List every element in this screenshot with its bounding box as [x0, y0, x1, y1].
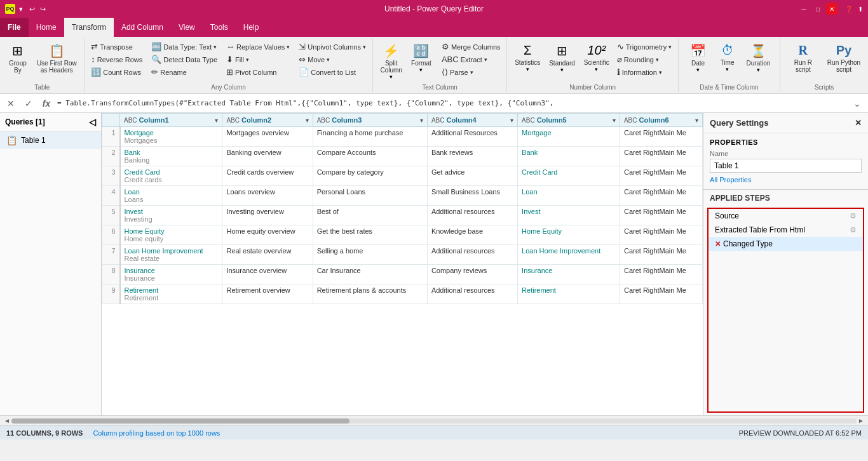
rounding-button[interactable]: ⌀ Rounding ▾ — [614, 53, 674, 65]
group-by-button[interactable]: ⊞ GroupBy — [4, 41, 32, 76]
run-r-button[interactable]: R Run Rscript — [784, 41, 822, 76]
statistics-button[interactable]: Σ Statistics ▾ — [511, 41, 544, 75]
date-button[interactable]: 📅 Date ▾ — [684, 41, 712, 76]
scroll-track[interactable] — [11, 418, 857, 424]
step-source-gear[interactable]: ⚙ — [850, 211, 857, 220]
cell-r0-c3: Additional Resources — [427, 127, 517, 147]
pivot-column-button[interactable]: ⊞ Pivot Column — [224, 66, 292, 78]
move-dropdown-icon[interactable]: ▾ — [327, 57, 330, 63]
step-changed-type[interactable]: ✕ Changed Type — [709, 237, 863, 251]
formula-expand-btn[interactable]: ⌄ — [850, 97, 864, 110]
use-first-row-button[interactable]: 📋 Use First Rowas Headers — [33, 41, 81, 76]
step-source[interactable]: Source ⚙ — [709, 209, 863, 223]
unpivot-columns-button[interactable]: ⇲ Unpivot Columns ▾ — [296, 41, 369, 53]
count-rows-button[interactable]: 🔢 Count Rows — [88, 66, 145, 78]
col2-filter-icon[interactable]: ▾ — [306, 117, 309, 124]
tab-file[interactable]: File — [0, 18, 29, 37]
replace-values-dropdown-icon[interactable]: ▾ — [287, 44, 290, 50]
extract-dropdown-icon[interactable]: ▾ — [484, 57, 487, 63]
tab-tools[interactable]: Tools — [203, 18, 236, 37]
run-python-button[interactable]: Py Run Pythonscript — [824, 41, 864, 76]
col4-filter-icon[interactable]: ▾ — [510, 117, 513, 124]
col3-filter-icon[interactable]: ▾ — [420, 117, 423, 124]
move-button[interactable]: ⇔ Move ▾ — [296, 53, 369, 65]
window-controls[interactable]: ─ □ ✕ ❓ ⬆ — [798, 3, 863, 15]
col6-filter-icon[interactable]: ▾ — [695, 117, 698, 124]
queries-panel: Queries [1] ◁ 📋 Table 1 — [0, 113, 102, 415]
minimize-btn[interactable]: ─ — [798, 3, 810, 15]
all-properties-link[interactable]: All Properties — [710, 176, 751, 184]
row-num-header — [102, 114, 120, 127]
table-row: 8InsuranceInsuranceInsurance overviewCar… — [102, 265, 703, 284]
parse-dropdown-icon[interactable]: ▾ — [470, 69, 473, 76]
statistics-dropdown[interactable]: ▾ — [526, 66, 529, 72]
tab-add-column[interactable]: Add Column — [114, 18, 171, 37]
rounding-dropdown[interactable]: ▾ — [656, 57, 659, 63]
time-button[interactable]: ⏱ Time ▾ — [714, 41, 742, 75]
unpivot-dropdown-icon[interactable]: ▾ — [363, 44, 366, 50]
standard-button[interactable]: ⊞ Standard ▾ — [545, 41, 579, 76]
formula-fx-btn[interactable]: fx — [39, 97, 53, 110]
scientific-dropdown[interactable]: ▾ — [595, 66, 598, 72]
maximize-btn[interactable]: □ — [812, 3, 824, 15]
col5-filter-icon[interactable]: ▾ — [613, 117, 616, 124]
table-header-row: ABC Column1 ▾ ABC Column2 ▾ — [102, 114, 703, 127]
trigonometry-button[interactable]: ∿ Trigonometry ▾ — [614, 41, 674, 53]
format-button[interactable]: 🔡 Format ▾ — [407, 41, 435, 76]
tab-transform[interactable]: Transform — [64, 18, 114, 37]
information-dropdown[interactable]: ▾ — [659, 69, 662, 76]
help-icon[interactable]: ❓ — [845, 6, 853, 13]
rounding-label: Rounding — [624, 56, 654, 63]
scroll-left-arrow[interactable]: ◄ — [3, 417, 11, 424]
fill-dropdown-icon[interactable]: ▾ — [246, 57, 249, 63]
col6-type-icon: ABC — [624, 117, 637, 124]
table-name-input[interactable] — [710, 159, 862, 173]
tab-home[interactable]: Home — [29, 18, 64, 37]
step-extracted-gear[interactable]: ⚙ — [850, 225, 857, 234]
duration-dropdown[interactable]: ▾ — [757, 67, 760, 73]
step-extracted[interactable]: Extracted Table From Html ⚙ — [709, 223, 863, 237]
data-type-button[interactable]: 🔤 Data Type: Text ▾ — [149, 41, 220, 53]
step-changed-type-label: Changed Type — [723, 239, 773, 248]
close-btn[interactable]: ✕ — [826, 3, 837, 15]
cell-r7-c1: Insurance overview — [222, 265, 313, 284]
col1-filter-icon[interactable]: ▾ — [215, 117, 218, 124]
merge-columns-button[interactable]: ⚙ Merge Columns — [439, 41, 503, 53]
time-dropdown[interactable]: ▾ — [726, 66, 729, 72]
detect-data-type-button[interactable]: 🔍 Detect Data Type — [149, 53, 220, 65]
data-type-dropdown-icon[interactable]: ▾ — [214, 44, 217, 50]
formula-cancel-btn[interactable]: ✕ — [4, 97, 18, 110]
trig-dropdown[interactable]: ▾ — [668, 44, 672, 50]
expand-icon[interactable]: ⬆ — [858, 6, 863, 13]
data-area[interactable]: ABC Column1 ▾ ABC Column2 ▾ — [102, 113, 703, 415]
tab-view[interactable]: View — [171, 18, 203, 37]
duration-button[interactable]: ⏳ Duration ▾ — [743, 41, 775, 76]
query-item-table1[interactable]: 📋 Table 1 — [0, 131, 101, 149]
transpose-button[interactable]: ⇄ Transpose — [88, 41, 145, 53]
standard-dropdown[interactable]: ▾ — [560, 67, 564, 73]
step-changed-type-left: ✕ Changed Type — [715, 239, 773, 248]
formula-text[interactable]: = Table.TransformColumnTypes(#"Extracted… — [57, 99, 846, 107]
replace-values-button[interactable]: ↔ Replace Values ▾ — [224, 41, 292, 53]
extract-button[interactable]: ABC Extract ▾ — [439, 53, 503, 65]
convert-to-list-button[interactable]: 📄 Convert to List — [296, 66, 369, 78]
fill-button[interactable]: ⬇ Fill ▾ — [224, 53, 292, 65]
tab-help[interactable]: Help — [236, 18, 267, 37]
scientific-button[interactable]: 10² Scientific ▾ — [580, 41, 613, 75]
reverse-rows-button[interactable]: ↕ Reverse Rows — [88, 53, 145, 65]
convert-to-list-label: Convert to List — [311, 69, 356, 76]
format-dropdown[interactable]: ▾ — [419, 67, 423, 73]
scroll-area[interactable]: ◄ ► — [0, 415, 868, 425]
step-changed-type-x[interactable]: ✕ — [715, 240, 721, 248]
split-column-button[interactable]: ⚡ SplitColumn ▾ — [376, 41, 405, 83]
settings-close-icon[interactable]: ✕ — [855, 118, 862, 128]
scroll-right-arrow[interactable]: ► — [857, 417, 865, 424]
formula-confirm-btn[interactable]: ✓ — [22, 97, 36, 110]
date-dropdown[interactable]: ▾ — [696, 67, 700, 73]
rename-button[interactable]: ✏ Rename — [149, 66, 220, 78]
queries-collapse-icon[interactable]: ◁ — [89, 117, 96, 127]
parse-button[interactable]: ⟨⟩ Parse ▾ — [439, 66, 503, 78]
scroll-thumb[interactable] — [11, 418, 349, 424]
split-column-dropdown[interactable]: ▾ — [390, 74, 393, 80]
information-button[interactable]: ℹ Information ▾ — [614, 66, 674, 78]
